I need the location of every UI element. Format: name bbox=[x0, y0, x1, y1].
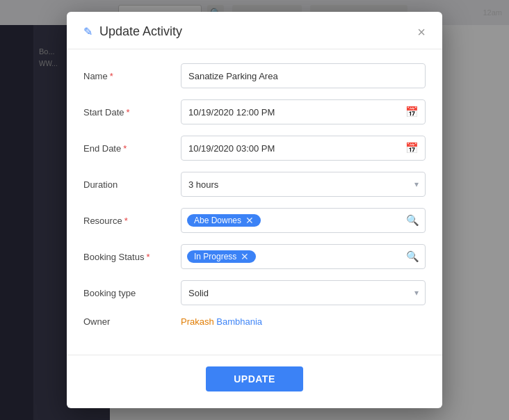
booking-status-required: * bbox=[146, 252, 150, 262]
booking-status-tag-label: In Progress bbox=[194, 252, 236, 261]
duration-field-row: Duration 1 hour 2 hours 3 hours 4 hours … bbox=[83, 172, 426, 197]
end-date-required: * bbox=[123, 143, 127, 154]
owner-field-row: Owner Prakash Bambhania bbox=[83, 316, 426, 327]
owner-last-name: Bambhania bbox=[216, 316, 262, 327]
name-field-row: Name* bbox=[83, 63, 426, 88]
owner-label: Owner bbox=[83, 316, 181, 327]
resource-tag: Abe Downes ✕ bbox=[187, 214, 261, 227]
edit-icon: ✎ bbox=[83, 25, 92, 38]
duration-label: Duration bbox=[83, 179, 181, 190]
booking-type-select-wrapper: Solid Tentative ▾ bbox=[181, 280, 426, 305]
owner-name: Prakash Bambhania bbox=[181, 316, 262, 327]
start-date-required: * bbox=[127, 107, 130, 118]
end-date-field-row: End Date* 📅 bbox=[83, 136, 426, 161]
resource-tag-label: Abe Downes bbox=[194, 216, 241, 225]
modal-footer: UPDATE bbox=[67, 366, 442, 408]
booking-status-field-row: Booking Status* In Progress ✕ 🔍 bbox=[83, 244, 426, 269]
resource-tag-remove[interactable]: ✕ bbox=[245, 216, 254, 225]
duration-select[interactable]: 1 hour 2 hours 3 hours 4 hours 5 hours bbox=[181, 172, 426, 197]
modal-title-group: ✎ Update Activity bbox=[83, 24, 182, 39]
modal-body: Name* Start Date* 📅 End Date* bbox=[67, 49, 442, 352]
booking-status-search-icon[interactable]: 🔍 bbox=[406, 250, 419, 263]
resource-label: Resource* bbox=[83, 216, 181, 226]
start-date-input[interactable] bbox=[181, 99, 426, 124]
booking-status-tag-input[interactable]: In Progress ✕ 🔍 bbox=[181, 244, 426, 269]
resource-tag-input[interactable]: Abe Downes ✕ 🔍 bbox=[181, 208, 426, 233]
modal-header: ✎ Update Activity × bbox=[67, 12, 442, 49]
modal-backdrop: ✎ Update Activity × Name* Start Date* bbox=[0, 0, 509, 420]
close-button[interactable]: × bbox=[417, 25, 426, 39]
name-label: Name* bbox=[83, 71, 181, 81]
modal-divider bbox=[67, 355, 442, 355]
end-date-label: End Date* bbox=[83, 143, 181, 154]
start-date-input-wrapper: 📅 bbox=[181, 99, 426, 124]
end-date-input-wrapper: 📅 bbox=[181, 136, 426, 161]
owner-first-name: Prakash bbox=[181, 316, 214, 327]
resource-search-icon[interactable]: 🔍 bbox=[406, 214, 419, 227]
booking-status-tag: In Progress ✕ bbox=[187, 250, 256, 263]
start-date-field-row: Start Date* 📅 bbox=[83, 99, 426, 124]
end-date-input[interactable] bbox=[181, 136, 426, 161]
booking-type-field-row: Booking type Solid Tentative ▾ bbox=[83, 280, 426, 305]
duration-select-wrapper: 1 hour 2 hours 3 hours 4 hours 5 hours ▾ bbox=[181, 172, 426, 197]
booking-type-label: Booking type bbox=[83, 288, 181, 298]
update-button[interactable]: UPDATE bbox=[206, 366, 303, 391]
booking-status-label: Booking Status* bbox=[83, 252, 181, 262]
resource-field-row: Resource* Abe Downes ✕ 🔍 bbox=[83, 208, 426, 233]
update-activity-modal: ✎ Update Activity × Name* Start Date* bbox=[67, 12, 442, 408]
name-required: * bbox=[110, 71, 113, 81]
resource-required: * bbox=[124, 216, 128, 226]
modal-title: Update Activity bbox=[99, 24, 182, 39]
start-date-label: Start Date* bbox=[83, 107, 181, 118]
booking-status-tag-remove[interactable]: ✕ bbox=[241, 252, 249, 261]
name-input[interactable] bbox=[181, 63, 426, 88]
booking-type-select[interactable]: Solid Tentative bbox=[181, 280, 426, 305]
